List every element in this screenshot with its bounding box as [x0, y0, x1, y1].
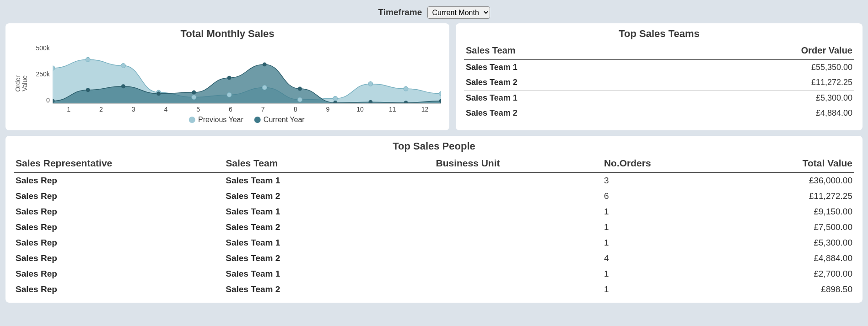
legend-dot-icon	[254, 117, 261, 123]
col-no-orders: No.Orders	[602, 155, 703, 173]
teams-title: Top Sales Teams	[464, 28, 854, 40]
cell-team: Sales Team 1	[224, 204, 434, 219]
cell-rep: Sales Rep	[14, 219, 224, 235]
col-sales-team: Sales Team	[224, 155, 434, 173]
chart-legend: Previous Year Current Year	[189, 116, 305, 124]
cell-bu	[434, 173, 602, 189]
cell-total: £4,884.00	[703, 251, 854, 266]
svg-point-17	[227, 76, 231, 80]
svg-point-9	[368, 81, 373, 86]
chart-ylabel-line1: Order	[14, 75, 22, 92]
cell-value: £11,272.25	[659, 75, 854, 91]
chart-ylabel-line2: Value	[21, 76, 28, 92]
chart-body: 123456789101112 Previous Year Current Ye…	[53, 43, 441, 125]
cell-value: £5,300.00	[659, 91, 854, 106]
cell-orders: 1	[602, 235, 703, 251]
cell-rep: Sales Rep	[14, 266, 224, 282]
filter-bar: Timeframe Current Month	[0, 0, 868, 23]
cell-orders: 1	[602, 204, 703, 219]
chart-svg	[53, 43, 441, 103]
cell-bu	[434, 204, 602, 219]
cell-team: Sales Team 1	[224, 173, 434, 189]
table-row: Sales Team 1 £5,300.00	[464, 91, 854, 106]
cell-team: Sales Team 2	[464, 106, 659, 121]
table-row: Sales Rep Sales Team 1 1 £2,700.00	[14, 266, 854, 282]
col-sales-rep: Sales Representative	[14, 155, 224, 173]
total-monthly-sales-panel: Total Monthly Sales Order Value 500k 250…	[5, 23, 449, 130]
cell-bu	[434, 235, 602, 251]
cell-total: £36,000.00	[703, 173, 854, 189]
cell-rep: Sales Rep	[14, 251, 224, 266]
cell-team: Sales Team 2	[224, 219, 434, 235]
timeframe-select[interactable]: Current Month	[427, 6, 490, 19]
ytick: 0	[30, 96, 50, 104]
cell-rep: Sales Rep	[14, 282, 224, 297]
chart-yaxis: 500k 250k 0	[30, 44, 53, 104]
svg-point-8	[333, 96, 337, 101]
chart-plot	[53, 43, 441, 104]
svg-point-1	[86, 57, 90, 62]
top-sales-teams-panel: Top Sales Teams Sales Team Order Value S…	[456, 23, 863, 130]
cell-orders: 1	[602, 282, 703, 297]
cell-bu	[434, 282, 602, 297]
cell-orders: 6	[602, 188, 703, 204]
cell-rep: Sales Rep	[14, 188, 224, 204]
svg-point-7	[297, 97, 302, 102]
cell-rep: Sales Rep	[14, 235, 224, 251]
table-row: Sales Rep Sales Team 1 3 £36,000.00	[14, 173, 854, 189]
svg-point-18	[262, 62, 266, 66]
cell-bu	[434, 251, 602, 266]
cell-team: Sales Team 1	[224, 266, 434, 282]
col-business-unit: Business Unit	[434, 155, 602, 173]
cell-orders: 4	[602, 251, 703, 266]
cell-bu	[434, 188, 602, 204]
ytick: 500k	[30, 44, 50, 52]
svg-point-19	[298, 87, 302, 91]
cell-team: Sales Team 2	[224, 188, 434, 204]
cell-team: Sales Team 2	[224, 251, 434, 266]
legend-current-year: Current Year	[254, 116, 305, 124]
cell-bu	[434, 266, 602, 282]
svg-point-15	[156, 91, 161, 96]
xtick: 4	[150, 106, 182, 113]
svg-point-14	[121, 84, 125, 88]
xtick: 8	[279, 106, 312, 113]
chart-title: Total Monthly Sales	[14, 28, 441, 40]
xtick: 12	[409, 106, 441, 113]
cell-total: £898.50	[703, 282, 854, 297]
col-total-value: Total Value	[703, 155, 854, 173]
legend-previous-year: Previous Year	[189, 116, 243, 124]
table-row: Sales Rep Sales Team 2 4 £4,884.00	[14, 251, 854, 266]
table-row: Sales Rep Sales Team 2 1 £7,500.00	[14, 219, 854, 235]
xtick: 3	[117, 106, 150, 113]
top-sales-people-panel: Top Sales People Sales Representative Sa…	[5, 136, 863, 303]
xtick: 10	[344, 106, 377, 113]
table-row: Sales Rep Sales Team 1 1 £5,300.00	[14, 235, 854, 251]
cell-team: Sales Team 1	[464, 60, 659, 75]
table-row: Sales Rep Sales Team 2 1 £898.50	[14, 282, 854, 297]
cell-total: £7,500.00	[703, 219, 854, 235]
svg-point-5	[227, 92, 232, 97]
cell-total: £5,300.00	[703, 235, 854, 251]
cell-rep: Sales Rep	[14, 204, 224, 219]
timeframe-label: Timeframe	[378, 7, 422, 17]
table-row: Sales Team 2 £11,272.25	[464, 75, 854, 91]
table-row: Sales Rep Sales Team 1 1 £9,150.00	[14, 204, 854, 219]
cell-orders: 1	[602, 266, 703, 282]
cell-team: Sales Team 1	[224, 235, 434, 251]
col-sales-team: Sales Team	[464, 43, 659, 60]
cell-orders: 3	[602, 173, 703, 189]
cell-orders: 1	[602, 219, 703, 235]
cell-total: £9,150.00	[703, 204, 854, 219]
xtick: 2	[85, 106, 118, 113]
cell-team: Sales Team 1	[464, 91, 659, 106]
svg-point-13	[86, 88, 90, 92]
chart-xaxis: 123456789101112	[53, 104, 441, 113]
col-order-value: Order Value	[659, 43, 854, 60]
xtick: 6	[215, 106, 247, 113]
table-row: Sales Rep Sales Team 2 6 £11,272.25	[14, 188, 854, 204]
table-row: Sales Team 1 £55,350.00	[464, 60, 854, 75]
table-row: Sales Team 2 £4,884.00	[464, 106, 854, 121]
cell-total: £11,272.25	[703, 188, 854, 204]
xtick: 7	[247, 106, 279, 113]
